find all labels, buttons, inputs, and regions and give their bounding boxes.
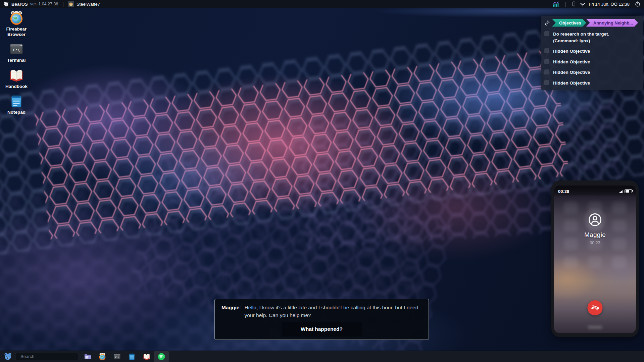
phone-window: 00:38 Maggie 00:23 bbox=[551, 180, 639, 337]
caller-info: Maggie 00:23 bbox=[554, 214, 636, 245]
tab-mission-annoying-neighbor[interactable]: Annoying Neighb... bbox=[586, 19, 638, 27]
os-name: BearOS bbox=[11, 2, 28, 7]
objectives-panel: Objectives Annoying Neighb... Do researc… bbox=[541, 16, 643, 90]
phone-clock: 00:38 bbox=[558, 189, 569, 194]
phone-screen: 00:38 Maggie 00:23 bbox=[554, 186, 636, 333]
objective-checkbox[interactable] bbox=[544, 69, 549, 74]
taskbar-search[interactable] bbox=[15, 353, 78, 360]
conversation-dialog: Maggie: Hello, I know it's a little late… bbox=[214, 299, 429, 340]
taskbar-icon-list: C:\ bbox=[80, 351, 169, 362]
bearos-logo-icon bbox=[3, 1, 9, 7]
username: SteelWaffe7 bbox=[77, 2, 100, 7]
objective-label: Hidden Objective bbox=[553, 48, 634, 55]
start-menu-button[interactable] bbox=[3, 352, 13, 362]
dialog-speaker: Maggie: bbox=[221, 304, 241, 319]
desktop-icon-list: Fireabear Browser C:\ Terminal Handbook bbox=[2, 10, 31, 115]
mobile-phone-icon[interactable] bbox=[571, 1, 577, 7]
doge-avatar-icon bbox=[68, 2, 73, 7]
clock[interactable]: Fri 14 Jun, ÖÖ 12:38 bbox=[589, 2, 630, 7]
objective-row: Hidden Objective bbox=[544, 59, 639, 65]
objective-checkbox[interactable] bbox=[544, 31, 549, 36]
terminal-icon: C:\ bbox=[9, 41, 24, 57]
fireabear-browser-icon bbox=[9, 10, 24, 25]
start-bear-icon bbox=[3, 352, 12, 361]
desktop-icon-label: Notepad bbox=[7, 110, 26, 115]
network-activity-icon[interactable] bbox=[552, 1, 560, 7]
objective-row: Do research on the target. (Command: lyn… bbox=[544, 31, 639, 44]
taskbar-item-handbook[interactable] bbox=[139, 351, 154, 362]
taskbar-item-notepad[interactable] bbox=[125, 351, 139, 362]
call-duration: 00:23 bbox=[590, 241, 600, 245]
battery-icon bbox=[625, 189, 632, 193]
objective-label: Hidden Objective bbox=[553, 80, 634, 87]
taskbar-item-music-player[interactable] bbox=[154, 351, 169, 362]
phone-status-bar: 00:38 bbox=[554, 186, 636, 197]
top-bar: BearOS ver–1.04.27.36 | SteelWaffe7 | bbox=[0, 0, 644, 8]
taskbar-item-terminal[interactable]: C:\ bbox=[110, 351, 125, 362]
pin-icon[interactable] bbox=[544, 20, 550, 26]
desktop-icon-terminal[interactable]: C:\ Terminal bbox=[2, 41, 31, 63]
objective-row: Hidden Objective bbox=[544, 69, 639, 76]
music-player-icon bbox=[157, 353, 165, 361]
home-indicator-blur bbox=[588, 326, 602, 329]
handbook-icon bbox=[143, 353, 151, 361]
objective-checkbox[interactable] bbox=[544, 80, 549, 85]
os-version: ver–1.04.27.36 bbox=[30, 2, 58, 6]
topbar-separator: | bbox=[62, 1, 64, 7]
taskbar-item-file-manager[interactable] bbox=[80, 351, 95, 362]
dialog-response-button[interactable]: What happened? bbox=[282, 322, 362, 337]
user-avatar bbox=[68, 1, 74, 7]
desktop-icon-notepad[interactable]: Notepad bbox=[2, 93, 31, 115]
hangup-button[interactable] bbox=[588, 300, 603, 315]
objective-label: Hidden Objective bbox=[553, 69, 634, 76]
desktop-icon-label: Fireabear Browser bbox=[2, 27, 31, 37]
terminal-glyph: C:\ bbox=[115, 356, 119, 359]
search-input[interactable] bbox=[20, 354, 80, 359]
desktop-icon-fireabear-browser[interactable]: Fireabear Browser bbox=[2, 10, 31, 37]
signal-icon bbox=[618, 190, 623, 193]
desktop-icon-label: Terminal bbox=[7, 58, 26, 63]
dialog-message: Hello, I know it's a little late and I s… bbox=[245, 304, 422, 319]
folder-icon bbox=[84, 353, 92, 360]
tab-objectives[interactable]: Objectives bbox=[552, 19, 586, 27]
objective-checkbox[interactable] bbox=[544, 59, 549, 64]
objective-list: Do research on the target. (Command: lyn… bbox=[544, 31, 639, 86]
desktop-icon-handbook[interactable]: Handbook bbox=[2, 67, 31, 89]
objective-row: Hidden Objective bbox=[544, 80, 639, 87]
taskbar-item-fireabear-browser[interactable] bbox=[95, 351, 110, 362]
topbar-separator-2: | bbox=[565, 1, 566, 7]
caller-avatar-icon bbox=[588, 213, 602, 227]
objective-label: Do research on the target. (Command: lyn… bbox=[553, 31, 634, 44]
terminal-glyph: C:\ bbox=[13, 48, 20, 52]
notepad-icon bbox=[128, 353, 136, 361]
terminal-icon: C:\ bbox=[113, 353, 121, 361]
notepad-icon bbox=[9, 93, 24, 109]
desktop-icon-label: Handbook bbox=[5, 84, 28, 89]
fireabear-browser-icon bbox=[98, 353, 106, 361]
call-end-icon bbox=[591, 304, 599, 312]
objective-label: Hidden Objective bbox=[553, 59, 634, 65]
caller-name: Maggie bbox=[584, 231, 606, 239]
desktop-screen: BearOS ver–1.04.27.36 | SteelWaffe7 | bbox=[0, 0, 644, 362]
objective-checkbox[interactable] bbox=[544, 48, 549, 53]
power-icon[interactable] bbox=[635, 1, 641, 7]
taskbar: C:\ bbox=[0, 351, 644, 362]
handbook-icon bbox=[9, 67, 24, 83]
objective-row: Hidden Objective bbox=[544, 48, 639, 55]
wifi-icon[interactable] bbox=[580, 1, 586, 7]
